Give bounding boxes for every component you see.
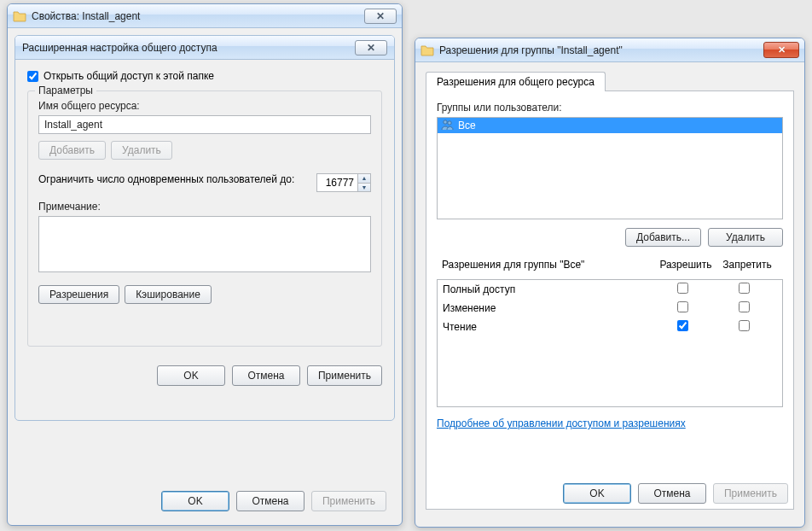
- deny-read-checkbox[interactable]: [739, 320, 750, 331]
- properties-apply-button: Применить: [311, 491, 386, 511]
- add-group-button[interactable]: Добавить...: [625, 228, 701, 247]
- close-icon: ✕: [376, 11, 385, 21]
- spinner-down-icon[interactable]: ▼: [358, 184, 370, 192]
- share-folder-row: Открыть общий доступ к этой папке: [27, 70, 382, 82]
- parameters-groupbox: Параметры Имя общего ресурса: Добавить У…: [27, 90, 382, 347]
- properties-title: Свойства: Install_agent: [32, 10, 364, 22]
- tab-body: Группы или пользователи: Все Добавить...…: [426, 91, 794, 510]
- properties-button-bar: OK Отмена Применить: [149, 482, 398, 520]
- spinner-up-icon[interactable]: ▲: [358, 174, 370, 184]
- groups-users-listbox[interactable]: Все: [437, 117, 783, 219]
- share-name-label: Имя общего ресурса:: [38, 100, 371, 112]
- permissions-close-button[interactable]: ✕: [763, 42, 799, 58]
- svg-point-1: [448, 120, 451, 124]
- tab-share-permissions[interactable]: Разрешения для общего ресурса: [426, 72, 606, 91]
- folder-icon: [420, 44, 434, 57]
- advanced-ok-button[interactable]: OK: [157, 365, 225, 386]
- permissions-cancel-button[interactable]: Отмена: [638, 483, 706, 504]
- close-icon: ✕: [778, 44, 786, 55]
- column-deny-header: Запретить: [716, 259, 778, 271]
- deny-full-checkbox[interactable]: [739, 283, 750, 294]
- groups-users-label: Группы или пользователи:: [437, 102, 783, 114]
- remove-group-button[interactable]: Удалить: [708, 228, 783, 247]
- advanced-sharing-dialog: Расширенная настройка общего доступа ✕ О…: [14, 35, 395, 421]
- permission-name: Изменение: [443, 302, 654, 314]
- learn-more-link[interactable]: Подробнее об управлении доступом и разре…: [437, 417, 686, 429]
- properties-cancel-button[interactable]: Отмена: [236, 491, 304, 511]
- column-allow-header: Разрешить: [655, 259, 716, 271]
- table-row: Полный доступ: [438, 280, 782, 299]
- limit-users-label: Ограничить число одновременных пользоват…: [38, 173, 311, 185]
- advanced-button-bar: OK Отмена Применить: [15, 357, 394, 394]
- list-item-label: Все: [458, 120, 476, 131]
- allow-full-checkbox[interactable]: [677, 283, 688, 294]
- advanced-apply-button[interactable]: Применить: [307, 365, 382, 386]
- advanced-sharing-title: Расширенная настройка общего доступа: [22, 42, 355, 54]
- limit-users-spinner[interactable]: ▲ ▼: [316, 173, 371, 192]
- comment-label: Примечание:: [38, 201, 371, 213]
- properties-close-button[interactable]: ✕: [364, 9, 397, 24]
- limit-users-input[interactable]: [316, 173, 357, 192]
- properties-titlebar[interactable]: Свойства: Install_agent ✕: [8, 4, 402, 28]
- caching-button[interactable]: Кэширование: [125, 285, 212, 304]
- table-row: Изменение: [438, 299, 782, 318]
- allow-read-checkbox[interactable]: [677, 320, 688, 331]
- group-icon: [441, 119, 455, 133]
- permission-name: Чтение: [443, 321, 654, 333]
- advanced-sharing-titlebar[interactable]: Расширенная настройка общего доступа ✕: [15, 36, 394, 60]
- share-folder-label: Открыть общий доступ к этой папке: [44, 70, 214, 82]
- permissions-window: Разрешения для группы "Install_agent" ✕ …: [415, 38, 805, 528]
- remove-share-button: Удалить: [111, 141, 172, 160]
- advanced-close-button[interactable]: ✕: [355, 40, 387, 55]
- permissions-body: Разрешения для общего ресурса Группы или…: [415, 62, 804, 518]
- permissions-table: Полный доступ Изменение Чтение: [437, 279, 783, 407]
- properties-body: Расширенная настройка общего доступа ✕ О…: [8, 28, 402, 435]
- properties-ok-button[interactable]: OK: [161, 491, 229, 511]
- share-folder-checkbox[interactable]: [27, 71, 38, 82]
- allow-change-checkbox[interactable]: [677, 301, 688, 312]
- comment-textarea[interactable]: [38, 216, 371, 272]
- close-icon: ✕: [367, 43, 375, 53]
- permissions-apply-button: Применить: [713, 483, 788, 504]
- permissions-titlebar[interactable]: Разрешения для группы "Install_agent" ✕: [415, 38, 804, 62]
- parameters-group-title: Параметры: [35, 85, 96, 96]
- permissions-ok-button[interactable]: OK: [563, 483, 631, 504]
- permission-name: Полный доступ: [443, 283, 654, 295]
- list-item[interactable]: Все: [438, 118, 782, 133]
- permissions-title: Разрешения для группы "Install_agent": [439, 44, 763, 56]
- permissions-for-label: Разрешения для группы "Все": [442, 259, 655, 271]
- tab-strip: Разрешения для общего ресурса: [426, 71, 794, 91]
- advanced-cancel-button[interactable]: Отмена: [232, 365, 300, 386]
- properties-window: Свойства: Install_agent ✕ Расширенная на…: [7, 3, 403, 526]
- folder-icon: [13, 9, 26, 23]
- advanced-sharing-body: Открыть общий доступ к этой папке Параме…: [15, 60, 394, 357]
- svg-point-0: [444, 120, 447, 123]
- add-share-button: Добавить: [38, 141, 106, 160]
- deny-change-checkbox[interactable]: [739, 301, 750, 312]
- table-row: Чтение: [438, 318, 782, 336]
- share-name-input[interactable]: [38, 115, 371, 134]
- permissions-button[interactable]: Разрешения: [38, 285, 119, 304]
